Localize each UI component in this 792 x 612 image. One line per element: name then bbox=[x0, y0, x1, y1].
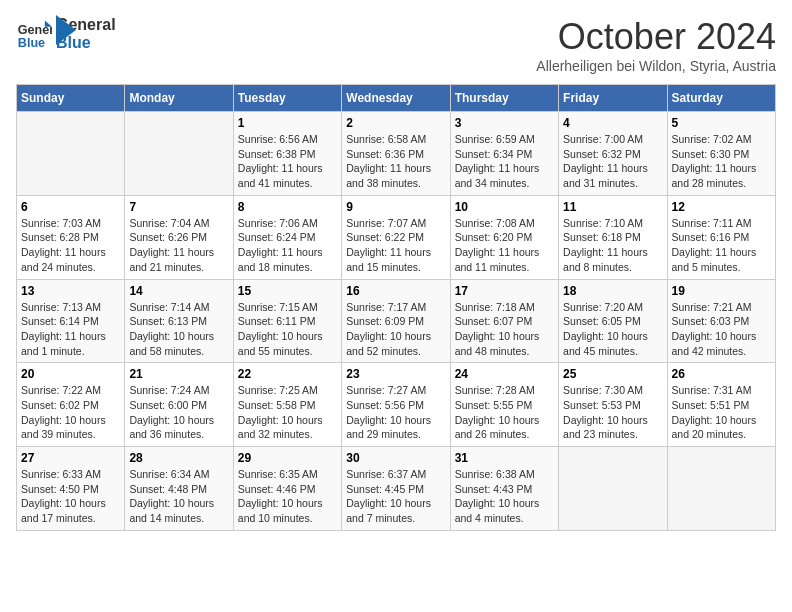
day-detail: Sunrise: 7:10 AM Sunset: 6:18 PM Dayligh… bbox=[563, 216, 662, 275]
day-detail: Sunrise: 7:02 AM Sunset: 6:30 PM Dayligh… bbox=[672, 132, 771, 191]
day-number: 29 bbox=[238, 451, 337, 465]
calendar-cell: 6Sunrise: 7:03 AM Sunset: 6:28 PM Daylig… bbox=[17, 195, 125, 279]
calendar-cell: 13Sunrise: 7:13 AM Sunset: 6:14 PM Dayli… bbox=[17, 279, 125, 363]
calendar-cell: 21Sunrise: 7:24 AM Sunset: 6:00 PM Dayli… bbox=[125, 363, 233, 447]
weekday-header-friday: Friday bbox=[559, 85, 667, 112]
calendar-cell: 28Sunrise: 6:34 AM Sunset: 4:48 PM Dayli… bbox=[125, 447, 233, 531]
calendar-cell bbox=[17, 112, 125, 196]
day-number: 14 bbox=[129, 284, 228, 298]
weekday-header-tuesday: Tuesday bbox=[233, 85, 341, 112]
day-detail: Sunrise: 7:06 AM Sunset: 6:24 PM Dayligh… bbox=[238, 216, 337, 275]
day-number: 26 bbox=[672, 367, 771, 381]
day-number: 1 bbox=[238, 116, 337, 130]
calendar-cell: 8Sunrise: 7:06 AM Sunset: 6:24 PM Daylig… bbox=[233, 195, 341, 279]
calendar-cell: 18Sunrise: 7:20 AM Sunset: 6:05 PM Dayli… bbox=[559, 279, 667, 363]
weekday-header-saturday: Saturday bbox=[667, 85, 775, 112]
day-number: 3 bbox=[455, 116, 554, 130]
calendar-cell: 24Sunrise: 7:28 AM Sunset: 5:55 PM Dayli… bbox=[450, 363, 558, 447]
calendar-cell: 23Sunrise: 7:27 AM Sunset: 5:56 PM Dayli… bbox=[342, 363, 450, 447]
weekday-header-row: SundayMondayTuesdayWednesdayThursdayFrid… bbox=[17, 85, 776, 112]
logo: General Blue General Blue bbox=[16, 16, 76, 52]
day-number: 13 bbox=[21, 284, 120, 298]
day-number: 28 bbox=[129, 451, 228, 465]
day-detail: Sunrise: 7:22 AM Sunset: 6:02 PM Dayligh… bbox=[21, 383, 120, 442]
calendar-week-row: 27Sunrise: 6:33 AM Sunset: 4:50 PM Dayli… bbox=[17, 447, 776, 531]
day-number: 2 bbox=[346, 116, 445, 130]
calendar-cell: 10Sunrise: 7:08 AM Sunset: 6:20 PM Dayli… bbox=[450, 195, 558, 279]
day-number: 10 bbox=[455, 200, 554, 214]
day-number: 15 bbox=[238, 284, 337, 298]
calendar-cell: 20Sunrise: 7:22 AM Sunset: 6:02 PM Dayli… bbox=[17, 363, 125, 447]
day-number: 9 bbox=[346, 200, 445, 214]
calendar-table: SundayMondayTuesdayWednesdayThursdayFrid… bbox=[16, 84, 776, 531]
day-detail: Sunrise: 7:28 AM Sunset: 5:55 PM Dayligh… bbox=[455, 383, 554, 442]
day-detail: Sunrise: 7:11 AM Sunset: 6:16 PM Dayligh… bbox=[672, 216, 771, 275]
month-title: October 2024 bbox=[536, 16, 776, 58]
day-number: 18 bbox=[563, 284, 662, 298]
day-detail: Sunrise: 7:24 AM Sunset: 6:00 PM Dayligh… bbox=[129, 383, 228, 442]
day-number: 6 bbox=[21, 200, 120, 214]
day-number: 5 bbox=[672, 116, 771, 130]
day-number: 27 bbox=[21, 451, 120, 465]
day-number: 7 bbox=[129, 200, 228, 214]
day-number: 17 bbox=[455, 284, 554, 298]
day-number: 8 bbox=[238, 200, 337, 214]
svg-text:Blue: Blue bbox=[18, 36, 45, 50]
title-section: October 2024 Allerheiligen bei Wildon, S… bbox=[536, 16, 776, 74]
day-detail: Sunrise: 6:34 AM Sunset: 4:48 PM Dayligh… bbox=[129, 467, 228, 526]
day-number: 31 bbox=[455, 451, 554, 465]
weekday-header-wednesday: Wednesday bbox=[342, 85, 450, 112]
day-detail: Sunrise: 7:04 AM Sunset: 6:26 PM Dayligh… bbox=[129, 216, 228, 275]
day-detail: Sunrise: 7:25 AM Sunset: 5:58 PM Dayligh… bbox=[238, 383, 337, 442]
calendar-cell: 7Sunrise: 7:04 AM Sunset: 6:26 PM Daylig… bbox=[125, 195, 233, 279]
calendar-cell: 30Sunrise: 6:37 AM Sunset: 4:45 PM Dayli… bbox=[342, 447, 450, 531]
day-detail: Sunrise: 6:59 AM Sunset: 6:34 PM Dayligh… bbox=[455, 132, 554, 191]
calendar-cell: 19Sunrise: 7:21 AM Sunset: 6:03 PM Dayli… bbox=[667, 279, 775, 363]
day-detail: Sunrise: 7:20 AM Sunset: 6:05 PM Dayligh… bbox=[563, 300, 662, 359]
day-detail: Sunrise: 7:08 AM Sunset: 6:20 PM Dayligh… bbox=[455, 216, 554, 275]
weekday-header-thursday: Thursday bbox=[450, 85, 558, 112]
calendar-cell bbox=[559, 447, 667, 531]
calendar-cell: 27Sunrise: 6:33 AM Sunset: 4:50 PM Dayli… bbox=[17, 447, 125, 531]
calendar-cell: 9Sunrise: 7:07 AM Sunset: 6:22 PM Daylig… bbox=[342, 195, 450, 279]
day-detail: Sunrise: 6:56 AM Sunset: 6:38 PM Dayligh… bbox=[238, 132, 337, 191]
day-detail: Sunrise: 7:18 AM Sunset: 6:07 PM Dayligh… bbox=[455, 300, 554, 359]
day-detail: Sunrise: 7:14 AM Sunset: 6:13 PM Dayligh… bbox=[129, 300, 228, 359]
day-number: 23 bbox=[346, 367, 445, 381]
calendar-week-row: 13Sunrise: 7:13 AM Sunset: 6:14 PM Dayli… bbox=[17, 279, 776, 363]
day-detail: Sunrise: 6:35 AM Sunset: 4:46 PM Dayligh… bbox=[238, 467, 337, 526]
day-number: 16 bbox=[346, 284, 445, 298]
day-number: 4 bbox=[563, 116, 662, 130]
calendar-cell: 12Sunrise: 7:11 AM Sunset: 6:16 PM Dayli… bbox=[667, 195, 775, 279]
logo-icon: General Blue bbox=[16, 16, 52, 52]
day-number: 25 bbox=[563, 367, 662, 381]
weekday-header-monday: Monday bbox=[125, 85, 233, 112]
calendar-cell bbox=[125, 112, 233, 196]
day-detail: Sunrise: 6:33 AM Sunset: 4:50 PM Dayligh… bbox=[21, 467, 120, 526]
day-detail: Sunrise: 6:37 AM Sunset: 4:45 PM Dayligh… bbox=[346, 467, 445, 526]
calendar-cell: 22Sunrise: 7:25 AM Sunset: 5:58 PM Dayli… bbox=[233, 363, 341, 447]
calendar-cell: 3Sunrise: 6:59 AM Sunset: 6:34 PM Daylig… bbox=[450, 112, 558, 196]
calendar-week-row: 6Sunrise: 7:03 AM Sunset: 6:28 PM Daylig… bbox=[17, 195, 776, 279]
day-detail: Sunrise: 7:07 AM Sunset: 6:22 PM Dayligh… bbox=[346, 216, 445, 275]
calendar-week-row: 20Sunrise: 7:22 AM Sunset: 6:02 PM Dayli… bbox=[17, 363, 776, 447]
day-detail: Sunrise: 7:03 AM Sunset: 6:28 PM Dayligh… bbox=[21, 216, 120, 275]
calendar-cell: 4Sunrise: 7:00 AM Sunset: 6:32 PM Daylig… bbox=[559, 112, 667, 196]
calendar-cell: 14Sunrise: 7:14 AM Sunset: 6:13 PM Dayli… bbox=[125, 279, 233, 363]
location-subtitle: Allerheiligen bei Wildon, Styria, Austri… bbox=[536, 58, 776, 74]
day-detail: Sunrise: 7:27 AM Sunset: 5:56 PM Dayligh… bbox=[346, 383, 445, 442]
calendar-cell: 11Sunrise: 7:10 AM Sunset: 6:18 PM Dayli… bbox=[559, 195, 667, 279]
day-detail: Sunrise: 7:30 AM Sunset: 5:53 PM Dayligh… bbox=[563, 383, 662, 442]
calendar-week-row: 1Sunrise: 6:56 AM Sunset: 6:38 PM Daylig… bbox=[17, 112, 776, 196]
svg-marker-3 bbox=[56, 15, 76, 45]
day-number: 24 bbox=[455, 367, 554, 381]
calendar-cell: 15Sunrise: 7:15 AM Sunset: 6:11 PM Dayli… bbox=[233, 279, 341, 363]
logo-triangle-icon bbox=[56, 15, 76, 45]
day-number: 19 bbox=[672, 284, 771, 298]
calendar-cell bbox=[667, 447, 775, 531]
day-detail: Sunrise: 7:00 AM Sunset: 6:32 PM Dayligh… bbox=[563, 132, 662, 191]
day-detail: Sunrise: 7:17 AM Sunset: 6:09 PM Dayligh… bbox=[346, 300, 445, 359]
calendar-cell: 17Sunrise: 7:18 AM Sunset: 6:07 PM Dayli… bbox=[450, 279, 558, 363]
calendar-cell: 16Sunrise: 7:17 AM Sunset: 6:09 PM Dayli… bbox=[342, 279, 450, 363]
day-detail: Sunrise: 7:15 AM Sunset: 6:11 PM Dayligh… bbox=[238, 300, 337, 359]
